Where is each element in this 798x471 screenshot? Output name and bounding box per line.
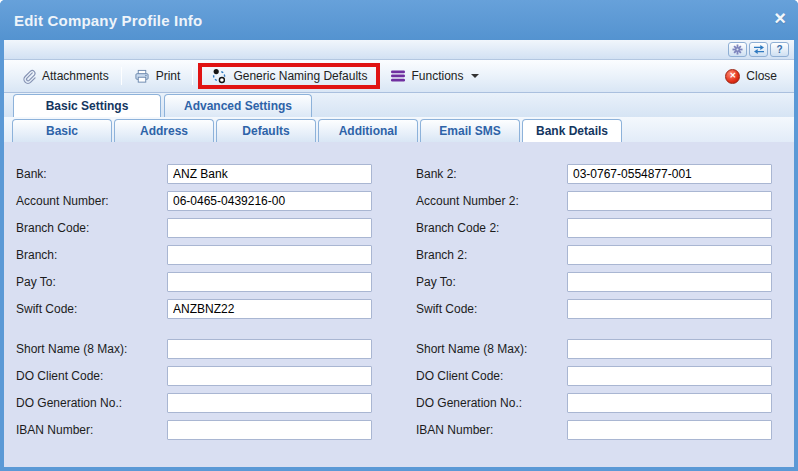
field-label: Bank 2: [412,167,567,181]
refresh-button[interactable] [749,42,768,57]
generic-naming-defaults-button[interactable]: Generic Naming Defaults [198,63,380,89]
form-row: Swift Code: Swift Code: [12,299,794,319]
field-label: DO Client Code: [12,369,167,383]
form-row: Branch Code: Branch Code 2: [12,218,794,238]
refresh-icon [753,44,765,55]
tab-basic[interactable]: Basic [12,119,112,142]
form-row: IBAN Number: IBAN Number: [12,420,794,440]
field-label: DO Generation No.: [412,396,567,410]
chevron-down-icon [471,74,479,78]
field-label: Pay To: [12,275,167,289]
functions-label: Functions [411,69,463,83]
form-row: Short Name (8 Max): Short Name (8 Max): [12,339,794,359]
generic-naming-icon [211,68,227,84]
tab-basic-settings[interactable]: Basic Settings [13,94,161,117]
close-label: Close [746,69,777,83]
functions-menu-button[interactable]: Functions [382,65,488,87]
tab-address[interactable]: Address [114,119,214,142]
tab-additional[interactable]: Additional [318,119,418,142]
field-label: Swift Code: [412,302,567,316]
short-name-input[interactable] [167,339,372,359]
field-label: Branch 2: [412,248,567,262]
field-label: Short Name (8 Max): [412,342,567,356]
form-row: Pay To: Pay To: [12,272,794,292]
do-generation-no-2-input[interactable] [567,393,772,413]
iban-number-input[interactable] [167,420,372,440]
help-button[interactable]: ? [770,42,789,57]
field-label: Branch Code: [12,221,167,235]
do-client-code-2-input[interactable] [567,366,772,386]
field-label: Branch Code 2: [412,221,567,235]
field-label: DO Generation No.: [12,396,167,410]
pay-to-2-input[interactable] [567,272,772,292]
field-label: DO Client Code: [412,369,567,383]
paperclip-icon [21,69,36,84]
bank-details-panel: Bank: Bank 2: Account Number: Account Nu… [4,142,794,467]
form-row: Account Number: Account Number 2: [12,191,794,211]
form-row: DO Client Code: DO Client Code: [12,366,794,386]
branch-2-input[interactable] [567,245,772,265]
branch-code-2-input[interactable] [567,218,772,238]
swift-code-2-input[interactable] [567,299,772,319]
account-number-input[interactable] [167,191,372,211]
help-icon: ? [776,44,782,55]
tab-defaults[interactable]: Defaults [216,119,316,142]
toolbar: Attachments Print [4,60,794,93]
field-label: Short Name (8 Max): [12,342,167,356]
printer-icon [134,69,150,84]
gear-icon [732,44,743,55]
field-label: Account Number: [12,194,167,208]
form-row: Bank: Bank 2: [12,164,794,184]
settings-button[interactable] [728,42,747,57]
attachments-button[interactable]: Attachments [12,65,118,88]
print-button[interactable]: Print [125,65,190,88]
account-number-2-input[interactable] [567,191,772,211]
do-generation-no-input[interactable] [167,393,372,413]
close-x-icon: ✕ [725,69,740,84]
field-label: Swift Code: [12,302,167,316]
window-title: Edit Company Profile Info [14,12,202,29]
field-label: Bank: [12,167,167,181]
pay-to-input[interactable] [167,272,372,292]
tab-bank-details[interactable]: Bank Details [522,119,622,142]
field-label: Pay To: [412,275,567,289]
main-tab-bar: Basic Settings Advanced Settings [4,93,794,117]
field-label: Branch: [12,248,167,262]
attachments-label: Attachments [42,69,109,83]
dialog-frame: ? Attachments [4,40,794,467]
toolbar-separator [121,67,122,85]
toolbar-separator [192,67,193,85]
generic-naming-label: Generic Naming Defaults [233,69,367,83]
tab-email-sms[interactable]: Email SMS [420,119,520,142]
field-label: IBAN Number: [12,423,167,437]
bank-input[interactable] [167,164,372,184]
window-option-strip: ? [4,40,794,60]
do-client-code-input[interactable] [167,366,372,386]
branch-code-input[interactable] [167,218,372,238]
functions-menu-icon [391,70,405,82]
form-row: Branch: Branch 2: [12,245,794,265]
swift-code-input[interactable] [167,299,372,319]
close-button[interactable]: ✕ Close [716,65,786,88]
sub-tab-bar: Basic Address Defaults Additional Email … [4,117,794,142]
iban-number-2-input[interactable] [567,420,772,440]
print-label: Print [156,69,181,83]
branch-input[interactable] [167,245,372,265]
field-label: Account Number 2: [412,194,567,208]
bank-2-input[interactable] [567,164,772,184]
title-bar: Edit Company Profile Info × [0,0,798,40]
tab-advanced-settings[interactable]: Advanced Settings [164,94,312,117]
form-row: DO Generation No.: DO Generation No.: [12,393,794,413]
short-name-2-input[interactable] [567,339,772,359]
window-close-icon[interactable]: × [774,8,786,28]
form-group-gap [12,326,794,339]
edit-company-profile-dialog: Edit Company Profile Info × [0,0,798,471]
field-label: IBAN Number: [412,423,567,437]
